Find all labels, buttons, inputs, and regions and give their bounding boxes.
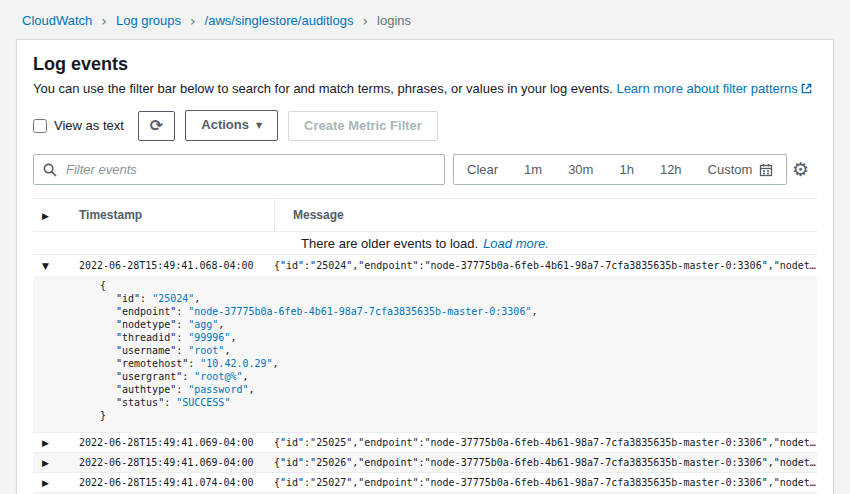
log-events-panel: Log events You can use the filter bar be… bbox=[16, 39, 834, 494]
expanded-json-detail: { "id": "25024", "endpoint": "node-37775… bbox=[33, 276, 817, 432]
external-link-icon bbox=[801, 83, 812, 94]
breadcrumb-chevron-icon: › bbox=[190, 14, 196, 28]
actions-button[interactable]: Actions▼ bbox=[185, 110, 278, 141]
search-icon bbox=[43, 163, 57, 177]
log-message: {"id":"25026","endpoint":"node-37775b0a-… bbox=[274, 457, 817, 468]
load-more-link[interactable]: Load more. bbox=[483, 236, 549, 251]
gear-icon: ⚙ bbox=[792, 158, 809, 180]
breadcrumb: CloudWatch › Log groups › /aws/singlesto… bbox=[0, 0, 850, 39]
column-header-message: Message bbox=[274, 199, 817, 231]
create-metric-filter-button[interactable]: Create Metric Filter bbox=[288, 111, 438, 141]
log-message: {"id":"25024","endpoint":"node-37775b0a-… bbox=[274, 260, 817, 271]
json-field-username: "username": "root", bbox=[100, 344, 809, 357]
json-close-brace: } bbox=[100, 409, 809, 422]
caret-right-icon[interactable]: ▶ bbox=[42, 458, 49, 468]
json-field-usergrant: "usergrant": "root@%", bbox=[100, 370, 809, 383]
json-field-id: "id": "25024", bbox=[100, 292, 809, 305]
log-timestamp: 2022-06-28T15:49:41.069-04:00 bbox=[79, 457, 274, 468]
json-field-nodetype: "nodetype": "agg", bbox=[100, 318, 809, 331]
expanded-log-event: ▼ 2022-06-28T15:49:41.068-04:00 {"id":"2… bbox=[33, 255, 817, 433]
breadcrumb-chevron-icon: › bbox=[362, 14, 368, 28]
page-description: You can use the filter bar below to sear… bbox=[33, 81, 817, 96]
json-field-status: "status": "SUCCESS" bbox=[100, 396, 809, 409]
refresh-button[interactable]: ⟳ bbox=[138, 111, 175, 141]
filter-events-searchbox bbox=[33, 154, 445, 185]
refresh-icon: ⟳ bbox=[150, 116, 163, 135]
table-header: ▶ Timestamp Message bbox=[33, 199, 817, 232]
breadcrumb-link-log-group[interactable]: /aws/singlestore/auditlogs bbox=[205, 13, 354, 28]
column-header-timestamp: Timestamp bbox=[79, 208, 274, 222]
caret-right-icon[interactable]: ▶ bbox=[42, 438, 49, 448]
toolbar: View as text ⟳ Actions▼ Create Metric Fi… bbox=[33, 110, 817, 141]
log-timestamp: 2022-06-28T15:49:41.074-04:00 bbox=[79, 477, 274, 488]
log-timestamp: 2022-06-28T15:49:41.068-04:00 bbox=[79, 260, 274, 271]
older-events-row: There are older events to load. Load mor… bbox=[33, 232, 817, 255]
view-as-text-checkbox[interactable] bbox=[33, 119, 47, 133]
log-row-expanded[interactable]: ▼ 2022-06-28T15:49:41.068-04:00 {"id":"2… bbox=[33, 255, 817, 276]
range-1h-button[interactable]: 1h bbox=[606, 155, 646, 184]
json-field-remotehost: "remotehost": "10.42.0.29", bbox=[100, 357, 809, 370]
breadcrumb-current-stream: logins bbox=[377, 13, 411, 28]
view-as-text-control: View as text bbox=[33, 118, 124, 133]
log-row[interactable]: ▶ 2022-06-28T15:49:41.074-04:00 {"id":"2… bbox=[33, 473, 817, 493]
settings-button[interactable]: ⚙ bbox=[790, 158, 811, 181]
json-field-endpoint: "endpoint": "node-37775b0a-6feb-4b61-98a… bbox=[100, 305, 809, 318]
breadcrumb-link-log-groups[interactable]: Log groups bbox=[116, 13, 181, 28]
breadcrumb-link-cloudwatch[interactable]: CloudWatch bbox=[22, 13, 92, 28]
caret-right-icon[interactable]: ▶ bbox=[42, 478, 49, 488]
time-range-group: Clear 1m 30m 1h 12h Custom bbox=[453, 154, 787, 185]
caret-down-icon[interactable]: ▼ bbox=[42, 261, 49, 271]
log-events-table: ▶ Timestamp Message There are older even… bbox=[33, 198, 817, 494]
filter-events-input[interactable] bbox=[64, 161, 435, 178]
range-30m-button[interactable]: 30m bbox=[555, 155, 606, 184]
calendar-icon bbox=[759, 163, 773, 177]
json-open-brace: { bbox=[100, 279, 809, 292]
breadcrumb-chevron-icon: › bbox=[101, 14, 107, 28]
caret-right-icon: ▶ bbox=[42, 211, 49, 221]
range-custom-label: Custom bbox=[708, 162, 753, 177]
actions-label: Actions bbox=[201, 117, 249, 132]
range-clear-button[interactable]: Clear bbox=[454, 155, 511, 184]
older-events-text: There are older events to load. bbox=[301, 236, 478, 251]
view-as-text-label: View as text bbox=[54, 118, 124, 133]
description-text: You can use the filter bar below to sear… bbox=[33, 81, 613, 96]
page-title: Log events bbox=[33, 54, 817, 75]
learn-more-link[interactable]: Learn more about filter patterns bbox=[616, 81, 797, 96]
log-message: {"id":"25025","endpoint":"node-37775b0a-… bbox=[274, 437, 817, 448]
log-row[interactable]: ▶ 2022-06-28T15:49:41.069-04:00 {"id":"2… bbox=[33, 453, 817, 473]
log-row[interactable]: ▶ 2022-06-28T15:49:41.069-04:00 {"id":"2… bbox=[33, 433, 817, 453]
range-1m-button[interactable]: 1m bbox=[511, 155, 555, 184]
log-message: {"id":"25027","endpoint":"node-37775b0a-… bbox=[274, 477, 817, 488]
log-timestamp: 2022-06-28T15:49:41.069-04:00 bbox=[79, 437, 274, 448]
json-field-authtype: "authtype": "password", bbox=[100, 383, 809, 396]
range-custom-button[interactable]: Custom bbox=[695, 155, 787, 184]
range-12h-button[interactable]: 12h bbox=[647, 155, 695, 184]
filter-bar: Clear 1m 30m 1h 12h Custom ⚙ bbox=[33, 154, 817, 185]
caret-down-icon: ▼ bbox=[256, 121, 262, 130]
json-field-threadid: "threadid": "99996", bbox=[100, 331, 809, 344]
